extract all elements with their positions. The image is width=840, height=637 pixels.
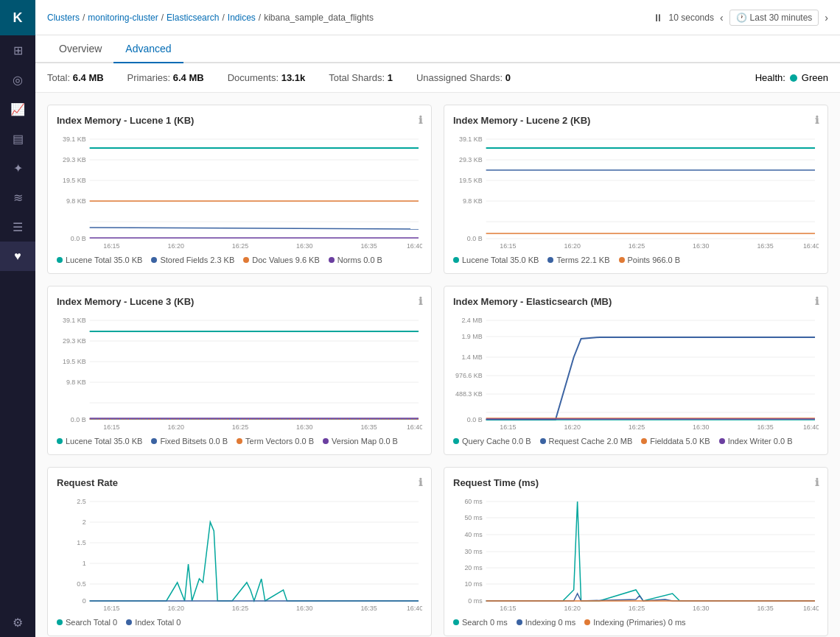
- chart-lucene3-legend: Lucene Total 35.0 KB Fixed Bitsets 0.0 B…: [57, 437, 422, 446]
- health-badge: Health: Green: [755, 72, 828, 83]
- breadcrumb-sep2: /: [161, 13, 164, 23]
- svg-text:39.1 KB: 39.1 KB: [63, 136, 86, 143]
- svg-text:16:40: 16:40: [407, 605, 422, 612]
- breadcrumb: Clusters / monitoring-cluster / Elastics…: [47, 13, 374, 23]
- svg-text:1.5: 1.5: [77, 539, 85, 546]
- svg-text:50 ms: 50 ms: [464, 514, 483, 521]
- health-dot-green: [790, 74, 797, 82]
- svg-text:16:30: 16:30: [296, 605, 312, 612]
- svg-text:16:35: 16:35: [757, 605, 773, 612]
- svg-text:16:20: 16:20: [564, 242, 581, 250]
- svg-text:1.4 MB: 1.4 MB: [461, 353, 482, 361]
- svg-text:16:15: 16:15: [103, 242, 119, 250]
- svg-text:16:15: 16:15: [500, 242, 516, 250]
- pause-button[interactable]: ⏸: [653, 12, 663, 24]
- sidebar-item-settings[interactable]: ⚙: [0, 608, 35, 637]
- svg-text:16:20: 16:20: [168, 423, 184, 431]
- svg-text:16:20: 16:20: [564, 423, 581, 431]
- chart-request-time-title: Request Time (ms) ℹ: [453, 476, 819, 488]
- legend-lucene-total-2: Lucene Total 35.0 KB: [453, 256, 539, 264]
- svg-text:19.5 KB: 19.5 KB: [459, 177, 483, 184]
- info-icon-lucene2[interactable]: ℹ: [815, 114, 819, 126]
- chart-lucene2: Index Memory - Lucene 2 (KB) ℹ 39.1 KB 2…: [444, 105, 828, 274]
- svg-text:16:15: 16:15: [500, 605, 516, 612]
- sidebar-item-ml[interactable]: ≋: [0, 183, 35, 212]
- chart-lucene1-svg: 39.1 KB 29.3 KB 19.5 KB 9.8 KB 0.0 B 16:…: [57, 132, 422, 250]
- svg-text:9.8 KB: 9.8 KB: [66, 379, 86, 386]
- health-label: Health:: [755, 72, 785, 83]
- sidebar-item-discover[interactable]: ◎: [0, 65, 35, 94]
- svg-text:16:20: 16:20: [168, 242, 184, 250]
- legend-search-ms: Search 0 ms: [453, 618, 508, 627]
- legend-indexing-ms: Indexing 0 ms: [517, 618, 575, 627]
- svg-text:16:30: 16:30: [693, 423, 709, 431]
- legend-index-total: Index Total 0: [126, 618, 181, 627]
- svg-text:30 ms: 30 ms: [464, 548, 483, 555]
- kibana-logo[interactable]: K: [0, 0, 35, 35]
- info-icon-elasticsearch[interactable]: ℹ: [815, 295, 819, 307]
- legend-stored-fields: Stored Fields 2.3 KB: [151, 256, 234, 264]
- chart-lucene1: Index Memory - Lucene 1 (KB) ℹ 39.1 KB: [47, 105, 432, 274]
- svg-text:1: 1: [83, 560, 86, 567]
- breadcrumb-clusters[interactable]: Clusters: [47, 13, 80, 23]
- chart-lucene2-svg: 39.1 KB 29.3 KB 19.5 KB 9.8 KB 0.0 B 16:…: [453, 132, 819, 250]
- tab-advanced[interactable]: Advanced: [113, 35, 183, 63]
- svg-text:16:40: 16:40: [803, 423, 819, 431]
- svg-text:16:30: 16:30: [296, 242, 312, 250]
- chart-lucene2-container: 39.1 KB 29.3 KB 19.5 KB 9.8 KB 0.0 B 16:…: [453, 132, 819, 250]
- sidebar-item-metrics[interactable]: ☰: [0, 212, 35, 242]
- chart-request-rate-container: 2.5 2 1.5 1 0.5 0 16:15 16:20 16:25 16:3…: [57, 494, 422, 612]
- svg-text:16:35: 16:35: [757, 242, 773, 250]
- breadcrumb-sep3: /: [222, 13, 224, 23]
- charts-row-3: Request Rate ℹ 2.5 2 1.5 1: [47, 467, 828, 636]
- legend-request-cache: Request Cache 2.0 MB: [540, 437, 633, 446]
- svg-text:0 ms: 0 ms: [468, 597, 483, 605]
- svg-text:16:15: 16:15: [103, 423, 119, 431]
- svg-text:9.8 KB: 9.8 KB: [463, 197, 483, 205]
- sidebar-item-home[interactable]: ⊞: [0, 35, 35, 65]
- breadcrumb-elasticsearch[interactable]: Elasticsearch: [167, 13, 219, 23]
- legend-search-total: Search Total 0: [57, 618, 117, 627]
- svg-text:16:25: 16:25: [629, 423, 645, 431]
- sidebar-item-visualize[interactable]: 📈: [0, 94, 35, 124]
- svg-text:16:25: 16:25: [232, 605, 248, 612]
- svg-text:976.6 KB: 976.6 KB: [455, 372, 483, 379]
- breadcrumb-sep4: /: [259, 13, 261, 23]
- nav-left-button[interactable]: ‹: [720, 12, 724, 24]
- charts-area: Index Memory - Lucene 1 (KB) ℹ 39.1 KB: [35, 93, 840, 637]
- sidebar-item-dashboard[interactable]: ▤: [0, 124, 35, 153]
- chart-lucene3-svg: 39.1 KB 29.3 KB 19.5 KB 9.8 KB 0.0 B 16:…: [57, 313, 422, 431]
- svg-text:2.5: 2.5: [77, 498, 85, 505]
- health-value: Green: [802, 72, 828, 83]
- breadcrumb-indices[interactable]: Indices: [228, 13, 256, 23]
- svg-text:16:40: 16:40: [803, 242, 819, 250]
- svg-text:0: 0: [83, 597, 86, 605]
- chart-request-time-svg: 60 ms 50 ms 40 ms 30 ms 20 ms 10 ms 0 ms…: [453, 494, 819, 612]
- info-icon-request-time[interactable]: ℹ: [815, 476, 819, 488]
- sidebar-item-canvas[interactable]: ✦: [0, 153, 35, 183]
- info-icon-lucene1[interactable]: ℹ: [419, 114, 422, 126]
- info-icon-request-rate[interactable]: ℹ: [419, 476, 422, 488]
- legend-query-cache: Query Cache 0.0 B: [453, 437, 531, 446]
- chart-elasticsearch-legend: Query Cache 0.0 B Request Cache 2.0 MB F…: [453, 437, 819, 446]
- svg-text:29.3 KB: 29.3 KB: [459, 156, 483, 163]
- chart-lucene1-title: Index Memory - Lucene 1 (KB) ℹ: [57, 114, 422, 126]
- topbar: Clusters / monitoring-cluster / Elastics…: [35, 0, 840, 35]
- chart-elasticsearch-title: Index Memory - Elasticsearch (MB) ℹ: [453, 295, 819, 307]
- info-icon-lucene3[interactable]: ℹ: [419, 295, 422, 307]
- svg-text:60 ms: 60 ms: [464, 498, 483, 505]
- time-range-picker[interactable]: 🕐 Last 30 minutes: [729, 10, 819, 26]
- svg-text:488.3 KB: 488.3 KB: [455, 390, 483, 398]
- svg-text:16:15: 16:15: [500, 423, 516, 431]
- breadcrumb-cluster[interactable]: monitoring-cluster: [88, 13, 158, 23]
- svg-text:16:30: 16:30: [693, 605, 709, 612]
- chart-elasticsearch: Index Memory - Elasticsearch (MB) ℹ 2.4 …: [444, 286, 828, 455]
- nav-right-button[interactable]: ›: [825, 12, 828, 24]
- sidebar-item-monitoring[interactable]: ♥: [0, 242, 35, 271]
- chart-request-time-legend: Search 0 ms Indexing 0 ms Indexing (Prim…: [453, 618, 819, 627]
- chart-elasticsearch-svg: 2.4 MB 1.9 MB 1.4 MB 976.6 KB 488.3 KB 0…: [453, 313, 819, 431]
- tab-overview[interactable]: Overview: [47, 35, 113, 63]
- legend-fielddata: Fielddata 5.0 KB: [641, 437, 710, 446]
- svg-text:16:35: 16:35: [757, 423, 773, 431]
- stat-unassigned: Unassigned Shards: 0: [416, 72, 511, 83]
